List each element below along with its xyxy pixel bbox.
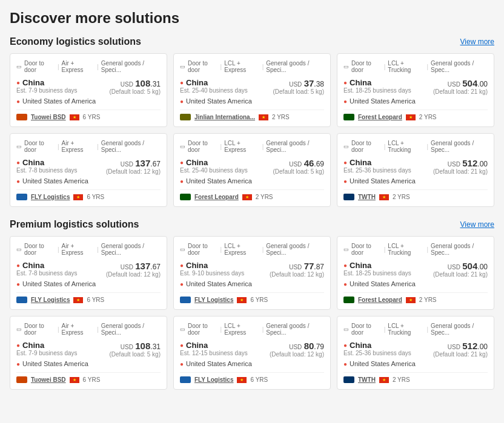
- premium-section-header: Premium logistics solutions View more: [10, 219, 494, 230]
- provider-name[interactable]: Forest Leopard: [358, 297, 402, 303]
- dest-pin-icon: ●: [16, 178, 20, 185]
- provider-logo-img: [180, 114, 191, 120]
- provider-name[interactable]: Jinlian Internationa...: [194, 114, 255, 120]
- provider-name[interactable]: Tuowei BSD: [31, 114, 66, 120]
- price-decimal: .38: [314, 80, 324, 88]
- est-days: Est. 18-25 business days: [343, 87, 411, 94]
- logistics-card[interactable]: ▭ Door to door | LCL + Express | General…: [173, 316, 331, 390]
- card-footer: TWTH ★ 2 YRS: [343, 372, 488, 383]
- flag-icon: ★: [379, 194, 389, 200]
- economy-section: Economy logistics solutions View more ▭ …: [10, 36, 494, 207]
- economy-view-more[interactable]: View more: [460, 38, 494, 46]
- origin-pin-icon: ●: [180, 79, 184, 86]
- card-header: ▭ Door to door | Air + Express | General…: [16, 323, 161, 336]
- price-whole: 512: [462, 158, 477, 168]
- premium-view-more[interactable]: View more: [460, 220, 494, 229]
- default-load: (Default load: 5 kg): [110, 88, 161, 95]
- logistics-card[interactable]: ▭ Door to door | LCL + Trucking | Genera…: [337, 133, 494, 207]
- origin-city: China: [186, 261, 208, 270]
- price-currency: USD: [289, 81, 302, 88]
- provider-name[interactable]: TWTH: [358, 194, 376, 200]
- premium-section-title: Premium logistics solutions: [10, 219, 139, 230]
- logistics-card[interactable]: ▭ Door to door | Air + Express | General…: [10, 316, 167, 390]
- destination-row: ● United States America: [343, 97, 488, 105]
- origin-city: China: [22, 261, 44, 270]
- destination-row: ● United States America: [180, 280, 324, 287]
- default-load: (Default load: 5 kg): [273, 168, 325, 175]
- origin-pin-icon: ●: [180, 342, 184, 349]
- provider-name[interactable]: FLY Logistics: [31, 194, 70, 200]
- service-method: LCL + Express: [224, 323, 259, 336]
- card-body: ● China Est. 9-10 business days USD 77.8…: [180, 261, 324, 278]
- logistics-card[interactable]: ▭ Door to door | LCL + Express | General…: [173, 236, 331, 310]
- price-whole: 504: [462, 261, 477, 271]
- provider-logo-img: [180, 194, 191, 200]
- card-origin: ● China: [16, 78, 78, 87]
- logistics-card[interactable]: ▭ Door to door | LCL + Express | General…: [173, 133, 331, 207]
- door-icon: ▭: [343, 64, 349, 70]
- goods-type: General goods / Speci...: [266, 243, 324, 256]
- card-body: ● China Est. 18-25 business days USD 504…: [343, 261, 488, 278]
- card-origin: ● China: [16, 261, 78, 270]
- logistics-card[interactable]: ▭ Door to door | LCL + Trucking | Genera…: [337, 236, 494, 310]
- price-block: USD 77.87 (Default load: 12 kg): [270, 261, 324, 278]
- service-method: Air + Express: [62, 60, 95, 73]
- provider-name[interactable]: Forest Leopard: [194, 194, 239, 200]
- origin-pin-icon: ●: [343, 342, 347, 349]
- service-method: LCL + Express: [224, 60, 259, 73]
- provider-name[interactable]: TWTH: [358, 376, 376, 383]
- origin-pin-icon: ●: [180, 159, 184, 166]
- logistics-card[interactable]: ▭ Door to door | Air + Express | General…: [10, 133, 167, 207]
- destination-label: United States America: [350, 280, 416, 287]
- provider-name[interactable]: FLY Logistics: [194, 376, 233, 383]
- service-type: Door to door: [24, 60, 55, 73]
- provider-logo-img: [180, 376, 191, 383]
- logistics-card[interactable]: ▭ Door to door | LCL + Trucking | Genera…: [337, 316, 494, 390]
- destination-row: ● United States America: [343, 360, 488, 367]
- provider-logo-img: [343, 114, 354, 120]
- logistics-card[interactable]: ▭ Door to door | LCL + Trucking | Genera…: [337, 53, 494, 127]
- premium-cards-grid: ▭ Door to door | Air + Express | General…: [10, 236, 494, 390]
- provider-name[interactable]: Tuowei BSD: [31, 376, 66, 383]
- provider-name[interactable]: FLY Logistics: [194, 297, 233, 303]
- premium-section: Premium logistics solutions View more ▭ …: [10, 219, 494, 390]
- origin-pin-icon: ●: [16, 262, 20, 269]
- provider-name[interactable]: Forest Leopard: [358, 114, 402, 120]
- provider-logo-img: [16, 114, 27, 120]
- goods-type: General goods / Speci...: [266, 60, 324, 73]
- provider-years: 6 YRS: [83, 376, 101, 383]
- destination-row: ● United States America: [343, 280, 488, 287]
- dest-pin-icon: ●: [16, 281, 20, 287]
- origin-block: ● China Est. 12-15 business days: [180, 341, 248, 358]
- price-decimal: .87: [314, 263, 324, 271]
- flag-icon: ★: [237, 377, 247, 383]
- door-icon: ▭: [180, 64, 185, 70]
- economy-section-title: Economy logistics solutions: [10, 36, 141, 47]
- price-whole: 108: [135, 341, 150, 351]
- card-origin: ● China: [180, 158, 248, 167]
- card-footer: FLY Logistics ★ 6 YRS: [180, 292, 324, 303]
- card-body: ● China Est. 25-36 business days USD 512…: [343, 341, 488, 358]
- door-icon: ▭: [180, 326, 185, 332]
- origin-city: China: [350, 78, 371, 87]
- provider-name[interactable]: FLY Logistics: [31, 297, 70, 303]
- destination-label: United States America: [186, 97, 252, 105]
- est-days: Est. 25-36 business days: [343, 350, 411, 356]
- logistics-card[interactable]: ▭ Door to door | Air + Express | General…: [10, 53, 167, 127]
- flag-icon: ★: [259, 114, 268, 120]
- service-method: Air + Express: [62, 243, 95, 256]
- origin-city: China: [186, 158, 208, 167]
- price-block: USD 37.38 (Default load: 5 kg): [273, 78, 325, 95]
- goods-type: General goods / Speci...: [266, 140, 324, 153]
- provider-logo-img: [343, 194, 354, 200]
- default-load: (Default load: 21 kg): [433, 168, 488, 175]
- card-header: ▭ Door to door | LCL + Trucking | Genera…: [343, 243, 488, 256]
- price-currency: USD: [289, 264, 302, 271]
- provider-years: 2 YRS: [419, 114, 437, 120]
- provider-years: 2 YRS: [419, 297, 437, 303]
- price-decimal: .67: [150, 263, 161, 271]
- est-days: Est. 7-9 business days: [16, 87, 78, 94]
- logistics-card[interactable]: ▭ Door to door | LCL + Express | General…: [173, 53, 331, 127]
- economy-cards-grid: ▭ Door to door | Air + Express | General…: [10, 53, 494, 207]
- logistics-card[interactable]: ▭ Door to door | Air + Express | General…: [10, 236, 167, 310]
